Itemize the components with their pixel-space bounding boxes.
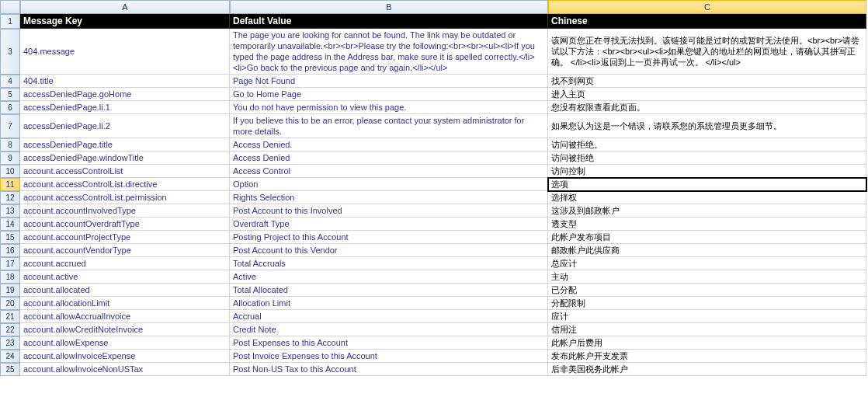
cell[interactable]: account.accountInvolvedType xyxy=(20,204,230,218)
cell[interactable]: 您没有权限查看此页面。 xyxy=(548,101,866,114)
cell[interactable]: 404.title xyxy=(20,75,230,88)
cell[interactable]: accessDeniedPage.title xyxy=(20,138,230,151)
column-header-b[interactable]: B xyxy=(230,0,548,14)
row-header[interactable]: 17 xyxy=(0,257,20,270)
row-header[interactable]: 12 xyxy=(0,191,20,204)
row-header[interactable]: 4 xyxy=(0,75,20,88)
cell[interactable]: Option xyxy=(230,178,548,191)
cell[interactable]: Access Denied. xyxy=(230,138,548,151)
cell[interactable]: account.accountOverdraftType xyxy=(20,218,230,231)
cell[interactable]: Posting Project to this Account xyxy=(230,231,548,244)
row-header[interactable]: 8 xyxy=(0,138,20,151)
cell[interactable]: account.accountVendorType xyxy=(20,244,230,257)
cell[interactable]: 主动 xyxy=(548,270,866,284)
cell[interactable]: Access Control xyxy=(230,165,548,178)
row-header[interactable]: 11 xyxy=(0,178,20,191)
cell[interactable]: Credit Note xyxy=(230,323,548,336)
row-header[interactable]: 22 xyxy=(0,323,20,336)
header-cell: Default Value xyxy=(230,14,548,29)
cell[interactable]: 总应计 xyxy=(548,257,866,270)
cell[interactable]: account.allowExpense xyxy=(20,336,230,350)
cell[interactable]: 分配限制 xyxy=(548,297,866,310)
cell[interactable]: account.accessControlList.directive xyxy=(20,178,230,191)
row-header[interactable]: 9 xyxy=(0,151,20,165)
row-header[interactable]: 15 xyxy=(0,231,20,244)
cell[interactable]: Accrual xyxy=(230,310,548,323)
row-header[interactable]: 24 xyxy=(0,350,20,363)
cell[interactable]: Go to Home Page xyxy=(230,88,548,101)
cell[interactable]: account.accrued xyxy=(20,257,230,270)
cell[interactable]: 后非美国税务此帐户 xyxy=(548,363,866,376)
row-header[interactable]: 23 xyxy=(0,336,20,350)
row-header[interactable]: 13 xyxy=(0,204,20,218)
cell[interactable]: Overdraft Type xyxy=(230,218,548,231)
cell[interactable]: Post Account to this Involved xyxy=(230,204,548,218)
cell[interactable]: Page Not Found xyxy=(230,75,548,88)
row-header[interactable]: 16 xyxy=(0,244,20,257)
row-header[interactable]: 14 xyxy=(0,218,20,231)
cell[interactable]: account.allowInvoiceNonUSTax xyxy=(20,363,230,376)
cell[interactable]: accessDeniedPage.li.1 xyxy=(20,101,230,114)
row-header[interactable]: 1 xyxy=(0,14,20,29)
cell[interactable]: Post Expenses to this Account xyxy=(230,336,548,350)
cell[interactable]: The page you are looking for cannot be f… xyxy=(230,29,548,75)
row-header[interactable]: 18 xyxy=(0,270,20,284)
row-header[interactable]: 10 xyxy=(0,165,20,178)
cell[interactable]: 该网页您正在寻找无法找到。该链接可能是过时的或暂时无法使用。<br><br>请尝… xyxy=(548,29,866,75)
corner-cell[interactable] xyxy=(0,0,20,14)
cell[interactable]: 此帐户发布项目 xyxy=(548,231,866,244)
cell[interactable]: account.active xyxy=(20,270,230,284)
row-header[interactable]: 19 xyxy=(0,284,20,297)
column-header-a[interactable]: A xyxy=(20,0,230,14)
cell[interactable]: Post Account to this Vendor xyxy=(230,244,548,257)
cell[interactable]: 这涉及到邮政帐户 xyxy=(548,204,866,218)
cell[interactable]: If you believe this to be an error, plea… xyxy=(230,114,548,138)
cell[interactable]: account.accessControlList.permission xyxy=(20,191,230,204)
row-header[interactable]: 25 xyxy=(0,363,20,376)
cell[interactable]: Active xyxy=(230,270,548,284)
cell[interactable]: 信用注 xyxy=(548,323,866,336)
cell[interactable]: You do not have permission to view this … xyxy=(230,101,548,114)
cell[interactable]: Access Denied xyxy=(230,151,548,165)
cell[interactable]: accessDeniedPage.goHome xyxy=(20,88,230,101)
column-header-c[interactable]: C xyxy=(548,0,866,14)
row-header[interactable]: 6 xyxy=(0,101,20,114)
cell[interactable]: 邮政帐户此供应商 xyxy=(548,244,866,257)
cell[interactable]: 应计 xyxy=(548,310,866,323)
row-header[interactable]: 7 xyxy=(0,114,20,138)
cell[interactable]: 如果您认为这是一个错误，请联系您的系统管理员更多细节。 xyxy=(548,114,866,138)
cell[interactable]: Post Invoice Expenses to this Account xyxy=(230,350,548,363)
cell[interactable]: account.allocationLimit xyxy=(20,297,230,310)
row-header[interactable]: 3 xyxy=(0,29,20,75)
cell[interactable]: 访问被拒绝。 xyxy=(548,138,866,151)
cell[interactable]: 发布此帐户开支发票 xyxy=(548,350,866,363)
cell[interactable]: account.allowInvoiceExpense xyxy=(20,350,230,363)
cell[interactable]: 透支型 xyxy=(548,218,866,231)
cell[interactable]: Total Allocated xyxy=(230,284,548,297)
cell[interactable]: account.accessControlList xyxy=(20,165,230,178)
cell[interactable]: 已分配 xyxy=(548,284,866,297)
cell[interactable]: account.accountProjectType xyxy=(20,231,230,244)
header-cell: Chinese xyxy=(548,14,866,29)
cell[interactable]: accessDeniedPage.windowTitle xyxy=(20,151,230,165)
cell[interactable]: 此帐户后费用 xyxy=(548,336,866,350)
cell[interactable]: 进入主页 xyxy=(548,88,866,101)
row-header[interactable]: 21 xyxy=(0,310,20,323)
header-cell: Message Key xyxy=(20,14,230,29)
cell[interactable]: account.allocated xyxy=(20,284,230,297)
cell[interactable]: Post Non-US Tax to this Account xyxy=(230,363,548,376)
cell[interactable]: accessDeniedPage.li.2 xyxy=(20,114,230,138)
cell[interactable]: Allocation Limit xyxy=(230,297,548,310)
cell[interactable]: 选择权 xyxy=(548,191,866,204)
row-header[interactable]: 5 xyxy=(0,88,20,101)
cell[interactable]: 选项 xyxy=(548,178,866,191)
cell[interactable]: 404.message xyxy=(20,29,230,75)
cell[interactable]: Rights Selection xyxy=(230,191,548,204)
cell[interactable]: Total Accruals xyxy=(230,257,548,270)
cell[interactable]: account.allowCreditNoteInvoice xyxy=(20,323,230,336)
cell[interactable]: account.allowAccrualInvoice xyxy=(20,310,230,323)
cell[interactable]: 访问被拒绝 xyxy=(548,151,866,165)
row-header[interactable]: 20 xyxy=(0,297,20,310)
cell[interactable]: 找不到网页 xyxy=(548,75,866,88)
cell[interactable]: 访问控制 xyxy=(548,165,866,178)
